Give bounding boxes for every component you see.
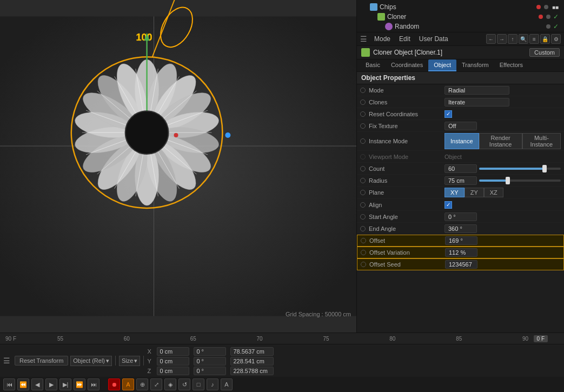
prop-dot-align[interactable] (360, 202, 366, 208)
transport-go-end[interactable]: ⏭ (88, 378, 99, 390)
prop-label-radius: Radius (369, 177, 444, 184)
mode-value[interactable]: Radial (444, 86, 509, 95)
count-slider[interactable] (479, 168, 561, 170)
menu-edit[interactable]: Edit (397, 35, 412, 43)
z-rot[interactable]: 0 ° (194, 367, 226, 375)
prop-row-count: Count 60 (357, 163, 564, 175)
prop-dot-mode[interactable] (360, 88, 366, 93)
frame-start-label: 90 F (5, 336, 27, 342)
prop-dot-start-angle[interactable] (360, 214, 366, 220)
btn-multi-instance[interactable]: Multi-Instance (522, 133, 561, 149)
y-rot[interactable]: 0 ° (194, 357, 226, 366)
btn-instance[interactable]: Instance (444, 133, 479, 149)
toolbar-strip: ☰ Reset Transform Object (Rel) ▾ Size ▾ … (0, 344, 564, 377)
tab-transform[interactable]: Transform (456, 59, 494, 71)
transport-record[interactable]: ⏺ (108, 378, 120, 390)
custom-button[interactable]: Custom (529, 48, 560, 57)
timeline-controls: ⏮ ⏪ ◀ ▶ ▶| ⏩ ⏭ ⏺ A ⊕ ⤢ ◈ ↺ □ ♪ A (0, 377, 564, 392)
prop-dot-offset-seed[interactable] (361, 262, 366, 267)
transport-step-fwd[interactable]: ⏩ (74, 378, 85, 390)
object-dropdown[interactable]: Object (Rel) ▾ (70, 356, 112, 366)
coord-row-x: X 0 cm 0 ° 78.5637 cm (147, 347, 561, 356)
tab-coordinates[interactable]: Coordinates (386, 59, 428, 71)
arrow-settings[interactable]: ⚙ (551, 34, 561, 44)
dot1 (536, 5, 541, 9)
scene-item-random[interactable]: Random ✓ (383, 22, 561, 31)
y-scale[interactable]: 228.541 cm (230, 357, 274, 366)
prop-dot-viewport[interactable] (360, 154, 366, 160)
prop-dot-offset-variation[interactable] (361, 250, 366, 255)
prop-value-end-angle: 360 ° (444, 224, 561, 233)
arrow-up[interactable]: ↑ (508, 34, 517, 44)
count-slider-thumb[interactable] (542, 165, 547, 172)
prop-value-plane: XY ZY XZ (444, 188, 561, 197)
props-scroll[interactable]: Mode Radial Clones Iterate Reset C (357, 84, 564, 333)
radius-slider[interactable] (479, 180, 561, 182)
menu-userdata[interactable]: User Data (417, 35, 450, 43)
arrow-search[interactable]: 🔍 (519, 34, 528, 44)
reset-coords-checkbox[interactable]: ✓ (444, 110, 452, 118)
prop-dot-reset[interactable] (360, 111, 366, 117)
strip-menu-icon[interactable]: ☰ (3, 356, 10, 365)
y-pos[interactable]: 0 cm (157, 357, 189, 366)
transport-audio[interactable]: ♪ (207, 378, 218, 390)
tab-effectors[interactable]: Effectors (494, 59, 528, 71)
offset-value[interactable]: 169 ° (445, 236, 477, 245)
x-pos[interactable]: 0 cm (157, 347, 189, 356)
prop-dot-clones[interactable] (360, 99, 366, 105)
radius-value[interactable]: 75 cm (444, 176, 477, 185)
scene-item-cloner[interactable]: Cloner ✓ (375, 12, 561, 22)
x-scale[interactable]: 78.5637 cm (230, 347, 274, 356)
transport-play[interactable]: ▶ (45, 378, 57, 390)
start-angle-value[interactable]: 0 ° (444, 212, 477, 221)
transport-motion[interactable]: ⊕ (136, 378, 148, 390)
transport-step-back[interactable]: ⏪ (17, 378, 29, 390)
radius-slider-thumb[interactable] (506, 177, 510, 184)
count-value[interactable]: 60 (444, 164, 477, 173)
tab-object[interactable]: Object (428, 59, 456, 71)
prop-dot-end-angle[interactable] (360, 226, 366, 231)
btn-render-instance[interactable]: Render Instance (479, 133, 522, 149)
end-angle-value[interactable]: 360 ° (444, 224, 477, 233)
transport-key[interactable]: ◈ (164, 378, 176, 390)
transport-snap[interactable]: ⤢ (150, 378, 162, 390)
prop-dot-count[interactable] (360, 166, 366, 171)
arrow-forward[interactable]: → (497, 34, 507, 44)
reset-transform-btn[interactable]: Reset Transform (15, 356, 68, 366)
transport-token[interactable]: □ (193, 378, 204, 390)
offset-variation-value[interactable]: 112 % (445, 248, 477, 257)
plane-xy[interactable]: XY (444, 188, 465, 197)
prop-dot-plane[interactable] (360, 190, 366, 195)
tab-basic[interactable]: Basic (360, 59, 386, 71)
prop-dot-offset[interactable] (361, 238, 366, 243)
plane-zy[interactable]: ZY (465, 188, 484, 197)
x-rot[interactable]: 0 ° (194, 347, 226, 356)
prop-row-plane: Plane XY ZY XZ (357, 187, 564, 199)
prop-dot-fixtex[interactable] (360, 123, 366, 129)
random-label: Random (395, 23, 543, 30)
menu-icon[interactable]: ☰ (360, 35, 367, 43)
viewport-3d[interactable]: 100 Grid Spacing : 50000 cm (0, 0, 357, 333)
prop-dot-instance[interactable] (360, 138, 366, 144)
arrow-list[interactable]: ≡ (529, 34, 539, 44)
fixtex-value[interactable]: Off (444, 122, 477, 130)
transport-prev[interactable]: ◀ (31, 378, 43, 390)
transport-auto[interactable]: A (122, 378, 134, 390)
size-dropdown[interactable]: Size ▾ (119, 356, 140, 366)
cloner-label: Cloner (387, 13, 536, 21)
menu-mode[interactable]: Mode (373, 35, 392, 43)
scene-item-chips[interactable]: Chips ■■ (368, 2, 561, 12)
arrow-lock[interactable]: 🔒 (540, 34, 550, 44)
align-checkbox[interactable]: ✓ (444, 201, 452, 209)
transport-go-start[interactable]: ⏮ (3, 378, 15, 390)
clones-value[interactable]: Iterate (444, 98, 509, 107)
transport-extra[interactable]: A (221, 378, 233, 390)
transport-next[interactable]: ▶| (59, 378, 71, 390)
offset-seed-value[interactable]: 1234567 (445, 260, 477, 269)
z-pos[interactable]: 0 cm (157, 367, 189, 375)
prop-dot-radius[interactable] (360, 178, 366, 183)
z-scale[interactable]: 228.5788 cm (230, 367, 274, 375)
arrow-back[interactable]: ← (486, 34, 496, 44)
transport-loop[interactable]: ↺ (178, 378, 190, 390)
plane-xz[interactable]: XZ (484, 188, 503, 197)
